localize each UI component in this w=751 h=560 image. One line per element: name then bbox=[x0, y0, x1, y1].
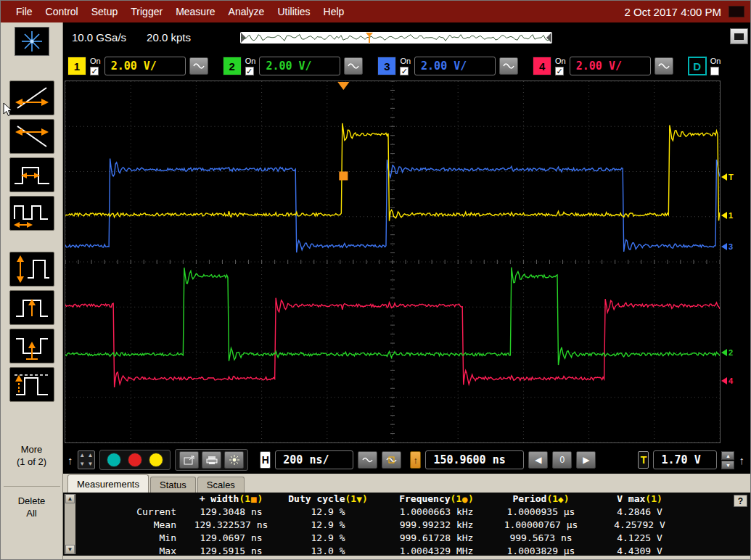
channel-1-scale-readout[interactable]: 2.00 V/ bbox=[104, 57, 186, 75]
horizontal-position-readout[interactable]: 150.9600 ns bbox=[425, 450, 524, 469]
adjust-up-right-icon[interactable]: ▲ bbox=[86, 451, 94, 460]
window-control-icon[interactable] bbox=[729, 6, 744, 17]
trigger-menu-button[interactable]: T bbox=[638, 451, 649, 469]
channel-2-on-checkbox[interactable]: ✓ bbox=[245, 67, 254, 75]
channel-1-button[interactable]: 1 bbox=[67, 57, 86, 75]
zoom-normal-button[interactable] bbox=[358, 451, 377, 469]
print-button[interactable] bbox=[202, 451, 221, 469]
waveform-display[interactable] bbox=[65, 81, 721, 443]
tool-v-top-button[interactable] bbox=[9, 290, 54, 325]
marker-trigger-level[interactable]: T bbox=[721, 173, 734, 181]
tool-frequency-button[interactable] bbox=[9, 196, 54, 231]
left-arrow-icon bbox=[721, 349, 727, 356]
channel-3-scale-readout[interactable]: 2.00 V/ bbox=[414, 57, 496, 75]
channel-4-on-group: On✓ bbox=[555, 57, 566, 75]
horizontal-menu-button[interactable]: H bbox=[260, 451, 271, 469]
trigger-point-marker-icon[interactable] bbox=[339, 171, 348, 180]
tool-v-base-button[interactable] bbox=[9, 329, 54, 363]
acquisition-preview-bar[interactable] bbox=[240, 32, 552, 44]
marker-channel-3[interactable]: 3 bbox=[721, 242, 733, 251]
channel-D-button[interactable]: D bbox=[688, 57, 707, 75]
sine-icon bbox=[658, 62, 670, 70]
pan-up-icon[interactable]: ↑ bbox=[67, 454, 73, 466]
marker-channel-1[interactable]: 1 bbox=[721, 211, 733, 220]
channel-2-scale-readout[interactable]: 2.00 V/ bbox=[259, 57, 340, 75]
delete-all-button[interactable]: Delete All bbox=[18, 495, 46, 520]
fine-adjust-widget[interactable]: ▲▲ ▼▼ bbox=[78, 450, 96, 469]
yellow-marker-button[interactable] bbox=[149, 453, 163, 467]
channel-D-controls: DOn bbox=[688, 54, 721, 78]
scroll-down-button[interactable]: ▼ bbox=[65, 545, 75, 554]
app-logo-icon bbox=[15, 27, 49, 56]
channel-4-on-checkbox[interactable]: ✓ bbox=[555, 67, 564, 75]
sine-icon bbox=[348, 62, 359, 70]
adjust-down-left-icon[interactable]: ▼ bbox=[78, 460, 86, 469]
menu-measure[interactable]: Measure bbox=[169, 6, 221, 17]
more-tools-button[interactable]: More (1 of 2) bbox=[17, 444, 46, 469]
display-mode-button[interactable] bbox=[730, 28, 748, 44]
measurement-source: (1 bbox=[546, 493, 558, 504]
spin-up-icon[interactable]: ▲ bbox=[721, 451, 734, 460]
tool-amplitude-button[interactable] bbox=[9, 252, 54, 287]
tool-skew-fall-button[interactable] bbox=[9, 119, 54, 154]
measurements-scrollbar[interactable]: ▲ ▼ bbox=[65, 494, 75, 554]
marker-buttons bbox=[99, 450, 171, 470]
menu-help[interactable]: Help bbox=[317, 6, 351, 17]
export-button[interactable] bbox=[179, 451, 199, 469]
tab-status[interactable]: Status bbox=[150, 477, 196, 493]
measurement-value: 1.0000935 µs bbox=[491, 506, 591, 519]
measurement-value: 129.3048 ns bbox=[188, 506, 274, 519]
adjust-down-right-icon[interactable]: ▼ bbox=[86, 460, 94, 469]
minimap-right-arrow-icon[interactable] bbox=[546, 33, 551, 43]
utility-buttons bbox=[175, 449, 248, 471]
channel-2-waveform-button[interactable] bbox=[344, 57, 363, 75]
red-marker-button[interactable] bbox=[128, 453, 142, 467]
channel-2-button[interactable]: 2 bbox=[223, 57, 242, 75]
teal-marker-button[interactable] bbox=[107, 453, 121, 467]
channel-1-waveform-button[interactable] bbox=[189, 57, 208, 75]
timebase-scale-readout[interactable]: 200 ns/ bbox=[275, 450, 353, 469]
measurement-close: ) bbox=[564, 493, 570, 504]
menu-control[interactable]: Control bbox=[39, 6, 85, 17]
brightness-button[interactable] bbox=[224, 451, 244, 469]
marker-channel-2[interactable]: 2 bbox=[721, 348, 733, 357]
zero-position-button[interactable]: 0 bbox=[552, 451, 572, 469]
menu-utilities[interactable]: Utilities bbox=[271, 6, 316, 17]
sine-icon bbox=[193, 62, 205, 70]
channel-D-on-checkbox[interactable] bbox=[710, 67, 719, 75]
menu-trigger[interactable]: Trigger bbox=[124, 6, 169, 17]
menu-file[interactable]: File bbox=[9, 6, 39, 17]
pan-left-button[interactable]: ◀ bbox=[528, 451, 548, 469]
menu-analyze[interactable]: Analyze bbox=[222, 6, 271, 17]
channel-1-on-checkbox[interactable]: ✓ bbox=[90, 67, 99, 75]
adjust-up-left-icon[interactable]: ▲ bbox=[78, 451, 86, 460]
channel-1-trace bbox=[65, 123, 720, 221]
menu-setup[interactable]: Setup bbox=[85, 6, 125, 17]
channel-3-button[interactable]: 3 bbox=[377, 57, 396, 75]
channel-4-waveform-button[interactable] bbox=[654, 57, 673, 75]
spin-down-icon[interactable]: ▼ bbox=[721, 461, 734, 469]
tool-pulse-width-button[interactable] bbox=[9, 157, 54, 192]
tab-scales[interactable]: Scales bbox=[197, 477, 245, 493]
measurement-column-header: Frequency(1●) bbox=[382, 493, 491, 506]
trigger-time-marker-icon[interactable] bbox=[337, 82, 349, 90]
trigger-level-spinner: ▲ ▼ bbox=[721, 451, 734, 469]
channel-4-scale-readout[interactable]: 2.00 V/ bbox=[570, 57, 651, 75]
trigger-position-button[interactable]: ↑ bbox=[410, 451, 421, 469]
on-label: On bbox=[555, 57, 566, 65]
marker-channel-4[interactable]: 4 bbox=[721, 376, 733, 385]
scroll-up-button[interactable]: ▲ bbox=[65, 494, 75, 503]
channel-controls-row: 1On✓2.00 V/2On✓2.00 V/3On✓2.00 V/4On✓2.0… bbox=[63, 54, 751, 78]
channel-3-on-checkbox[interactable]: ✓ bbox=[400, 67, 409, 75]
pan-right-button[interactable]: ▶ bbox=[576, 451, 596, 469]
tab-measurements[interactable]: Measurements bbox=[67, 474, 149, 493]
channel-3-waveform-button[interactable] bbox=[499, 57, 518, 75]
trigger-level-readout[interactable]: 1.70 V bbox=[653, 450, 717, 469]
zoom-window-button[interactable] bbox=[382, 451, 401, 469]
tool-skew-rise-button[interactable] bbox=[9, 81, 54, 115]
measurement-row-label: Min bbox=[79, 532, 188, 545]
tool-v-max-button[interactable] bbox=[9, 367, 54, 402]
channel-4-button[interactable]: 4 bbox=[533, 57, 551, 75]
scroll-up-icon[interactable]: ↑ bbox=[739, 454, 745, 466]
help-button[interactable]: ? bbox=[734, 495, 747, 507]
